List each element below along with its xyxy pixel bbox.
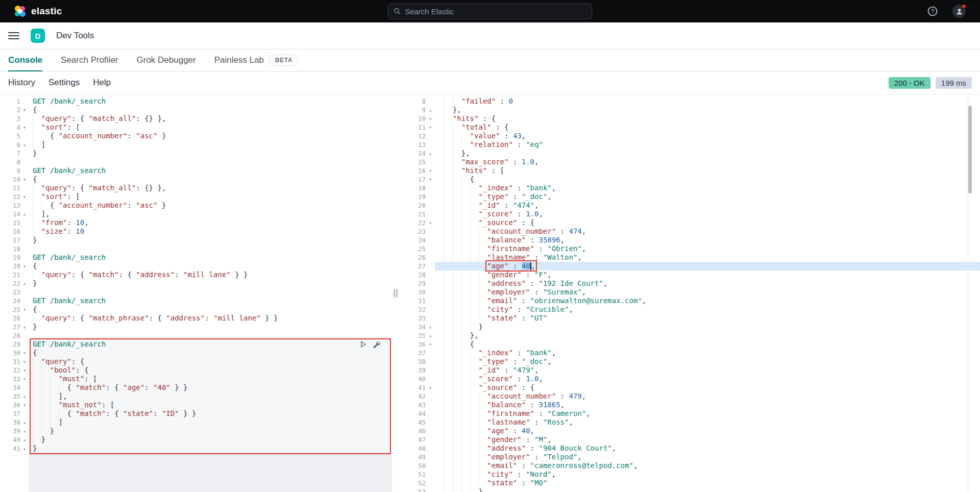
code-line[interactable]: 48 "address" : "904 Bouck Court", bbox=[399, 444, 980, 453]
code-line[interactable]: 44 "firstname" : "Cameron", bbox=[399, 409, 980, 418]
fold-toggle-icon[interactable]: ▴ bbox=[20, 323, 29, 331]
fold-toggle-icon[interactable]: ▾ bbox=[20, 349, 29, 357]
search-input[interactable] bbox=[405, 7, 586, 16]
tab-console[interactable]: Console bbox=[8, 50, 42, 71]
code-line[interactable]: 8 "failed" : 0 bbox=[399, 97, 980, 106]
fold-toggle-icon[interactable]: ▾ bbox=[20, 262, 29, 270]
fold-toggle-icon[interactable]: ▾ bbox=[20, 305, 29, 314]
code-line[interactable]: 9GET /bank/_search bbox=[0, 166, 392, 175]
fold-toggle-icon[interactable]: ▴ bbox=[426, 149, 435, 158]
code-line[interactable]: 3 "query": { "match_all": {} }, bbox=[0, 114, 392, 123]
code-line[interactable]: 15 "max_score" : 1.0, bbox=[399, 158, 980, 166]
code-line[interactable]: 8 bbox=[0, 158, 392, 166]
fold-toggle-icon[interactable]: ▾ bbox=[20, 106, 29, 114]
code-line[interactable]: 15 "from": 10, bbox=[0, 218, 392, 227]
code-line[interactable]: 13 "relation" : "eq" bbox=[399, 140, 980, 149]
fold-toggle-icon[interactable]: ▾ bbox=[20, 357, 29, 366]
code-line[interactable]: 18 bbox=[0, 244, 392, 253]
code-line[interactable]: 13 { "account_number": "asc" } bbox=[0, 201, 392, 210]
code-line[interactable]: 7} bbox=[0, 149, 392, 158]
code-line[interactable]: 23 bbox=[0, 288, 392, 297]
code-line[interactable]: 30 "employer" : "Suremax", bbox=[399, 288, 980, 297]
tab-painless-lab[interactable]: Painless Lab BETA bbox=[214, 50, 299, 71]
code-line[interactable]: 42 "account_number" : 479, bbox=[399, 392, 980, 401]
fold-toggle-icon[interactable]: ▾ bbox=[426, 114, 435, 123]
code-line[interactable]: 26 "query": { "match_phrase": { "address… bbox=[0, 314, 392, 323]
code-line[interactable]: 16 "size": 10 bbox=[0, 227, 392, 236]
code-line[interactable]: 28 "gender" : "F", bbox=[399, 270, 980, 279]
fold-toggle-icon[interactable]: ▴ bbox=[426, 323, 435, 331]
code-line[interactable]: 31 "email" : "obrienwalton@suremax.com", bbox=[399, 297, 980, 305]
code-line[interactable]: 33 "state" : "UT" bbox=[399, 314, 980, 323]
fold-toggle-icon[interactable]: ▾ bbox=[426, 166, 435, 175]
code-line[interactable]: 51 "city" : "Nord", bbox=[399, 470, 980, 479]
fold-toggle-icon[interactable]: ▾ bbox=[426, 175, 435, 184]
fold-toggle-icon[interactable]: ▴ bbox=[426, 106, 435, 114]
code-line[interactable]: 45 "lastname" : "Ross", bbox=[399, 418, 980, 427]
code-line[interactable]: 24GET /bank/_search bbox=[0, 297, 392, 305]
fold-toggle-icon[interactable]: ▴ bbox=[426, 331, 435, 340]
fold-toggle-icon[interactable]: ▴ bbox=[20, 418, 29, 427]
code-line[interactable]: 20▾{ bbox=[0, 262, 392, 270]
fold-toggle-icon[interactable]: ▾ bbox=[20, 366, 29, 375]
fold-toggle-icon[interactable]: ▴ bbox=[20, 140, 29, 149]
code-line[interactable]: 14▴ ], bbox=[0, 210, 392, 218]
code-line[interactable]: 10▾{ bbox=[0, 175, 392, 184]
code-line[interactable]: 11 "query": { "match_all": {} }, bbox=[0, 184, 392, 192]
code-line[interactable]: 22▴} bbox=[0, 279, 392, 288]
fold-toggle-icon[interactable]: ▾ bbox=[426, 383, 435, 392]
fold-toggle-icon[interactable]: ▴ bbox=[20, 279, 29, 288]
code-line[interactable]: 12 "value" : 43, bbox=[399, 132, 980, 140]
code-line[interactable]: 21 "query": { "match": { "address": "mil… bbox=[0, 270, 392, 279]
panel-resizer[interactable] bbox=[392, 94, 399, 492]
code-line[interactable]: 35▴ }, bbox=[399, 331, 980, 340]
code-line[interactable]: 46 "age" : 40, bbox=[399, 427, 980, 435]
help-icon[interactable]: ? bbox=[925, 4, 940, 19]
code-line[interactable]: 2▾{ bbox=[0, 106, 392, 114]
code-line[interactable]: 25▾{ bbox=[0, 305, 392, 314]
settings-button[interactable]: Settings bbox=[48, 78, 80, 88]
code-line[interactable]: 53 } bbox=[399, 487, 980, 492]
user-menu-avatar[interactable] bbox=[951, 4, 967, 19]
fold-toggle-icon[interactable]: ▾ bbox=[426, 123, 435, 132]
history-button[interactable]: History bbox=[8, 78, 35, 88]
send-request-button[interactable] bbox=[359, 340, 368, 349]
code-line[interactable]: 50 "email" : "cameronross@telpod.com", bbox=[399, 461, 980, 470]
fold-toggle-icon[interactable]: ▾ bbox=[426, 218, 435, 227]
code-line[interactable]: 6▴ ] bbox=[0, 140, 392, 149]
code-line[interactable]: 18 "_index" : "bank", bbox=[399, 184, 980, 192]
fold-toggle-icon[interactable]: ▾ bbox=[20, 175, 29, 184]
code-line[interactable]: 5 { "account_number": "asc" } bbox=[0, 132, 392, 140]
code-line[interactable]: 12▾ "sort": [ bbox=[0, 192, 392, 201]
fold-toggle-icon[interactable]: ▴ bbox=[20, 392, 29, 401]
code-line[interactable]: 27▴} bbox=[0, 323, 392, 331]
code-line[interactable]: 4▾ "sort": [ bbox=[0, 123, 392, 132]
code-line[interactable]: 14▴ }, bbox=[399, 149, 980, 158]
help-button[interactable]: Help bbox=[93, 78, 111, 88]
fold-toggle-icon[interactable]: ▾ bbox=[20, 375, 29, 383]
scrollbar-thumb[interactable] bbox=[968, 106, 972, 193]
code-line[interactable]: 40 "_score" : 1.0, bbox=[399, 375, 980, 383]
fold-toggle-icon[interactable]: ▾ bbox=[20, 192, 29, 201]
fold-toggle-icon[interactable]: ▴ bbox=[20, 427, 29, 435]
code-line[interactable]: 17} bbox=[0, 236, 392, 244]
code-line[interactable]: 27 "age" : 40, bbox=[399, 262, 980, 270]
code-line[interactable]: 49 "employer" : "Telpod", bbox=[399, 453, 980, 461]
menu-icon[interactable] bbox=[8, 32, 19, 39]
code-line[interactable]: 36▾ { bbox=[399, 340, 980, 349]
code-line[interactable]: 22▾ "_source" : { bbox=[399, 218, 980, 227]
code-line[interactable]: 39 "_id" : "479", bbox=[399, 366, 980, 375]
fold-toggle-icon[interactable]: ▾ bbox=[20, 401, 29, 409]
fold-toggle-icon[interactable]: ▴ bbox=[20, 210, 29, 218]
code-line[interactable]: 41▾ "_source" : { bbox=[399, 383, 980, 392]
code-line[interactable]: 34▴ } bbox=[399, 323, 980, 331]
request-options-wrench-icon[interactable] bbox=[372, 340, 381, 349]
code-line[interactable]: 16▾ "hits" : [ bbox=[399, 166, 980, 175]
code-line[interactable]: 23 "account_number" : 474, bbox=[399, 227, 980, 236]
code-line[interactable]: 32 "city" : "Crucible", bbox=[399, 305, 980, 314]
code-line[interactable]: 47 "gender" : "M", bbox=[399, 435, 980, 444]
code-line[interactable]: 10▾ "hits" : { bbox=[399, 114, 980, 123]
fold-toggle-icon[interactable]: ▾ bbox=[426, 340, 435, 349]
tab-grok-debugger[interactable]: Grok Debugger bbox=[137, 50, 196, 71]
code-line[interactable]: 37 "_index" : "bank", bbox=[399, 349, 980, 357]
